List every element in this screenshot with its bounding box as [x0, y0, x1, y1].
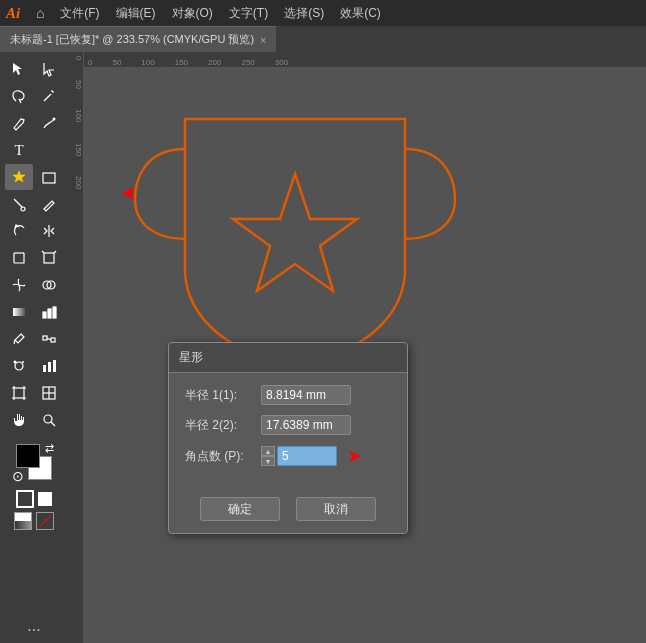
default-colors-icon[interactable]: ⊙ [12, 468, 24, 484]
pencil-tool[interactable] [35, 191, 63, 217]
tool-row-3 [2, 110, 66, 136]
vertical-ruler: 0 50 100 150 200 [68, 52, 84, 643]
radius1-row: 半径 1(1): [185, 385, 391, 405]
fill-stroke-row [16, 490, 52, 508]
menu-select[interactable]: 选择(S) [278, 3, 330, 24]
svg-point-42 [44, 415, 52, 423]
artboard-tool[interactable] [5, 380, 33, 406]
stroke-icon[interactable] [16, 490, 34, 508]
svg-rect-22 [51, 338, 55, 342]
active-tab[interactable]: 未标题-1 [已恢复]* @ 233.57% (CMYK/GPU 预览) × [0, 26, 276, 52]
mesh-tool[interactable] [5, 272, 33, 298]
svg-point-25 [14, 361, 17, 364]
rotate-tool[interactable] [5, 218, 33, 244]
cancel-button[interactable]: 取消 [296, 497, 376, 521]
direct-selection-tool[interactable] [35, 56, 63, 82]
horizontal-ruler: 0 50 100 150 200 250 300 [68, 52, 646, 68]
points-arrow: ➤ [347, 445, 362, 467]
svg-rect-17 [43, 312, 46, 318]
hand-tool[interactable] [5, 407, 33, 433]
tool-row-7 [2, 218, 66, 244]
magic-wand-tool[interactable] [35, 83, 63, 109]
dialog-body: 半径 1(1): 半径 2(2): 角点数 (P): ▲ ▼ [169, 373, 407, 489]
scale-tool[interactable] [5, 245, 33, 271]
area-type-tool[interactable] [35, 137, 63, 163]
points-spinner: ▲ ▼ [261, 446, 337, 466]
menu-bar: Ai ⌂ 文件(F) 编辑(E) 对象(O) 文字(T) 选择(S) 效果(C) [0, 0, 646, 26]
menu-object[interactable]: 对象(O) [166, 3, 219, 24]
color-swatches[interactable]: ⊙ ⇄ [16, 444, 52, 480]
tab-bar: 未标题-1 [已恢复]* @ 233.57% (CMYK/GPU 预览) × [0, 26, 646, 52]
dialog-title: 星形 [169, 343, 407, 373]
lasso-tool[interactable] [5, 83, 33, 109]
curvature-tool[interactable] [35, 110, 63, 136]
radius2-input[interactable] [261, 415, 351, 435]
type-tool[interactable]: T [5, 137, 33, 163]
pen-tool[interactable] [5, 110, 33, 136]
menu-text[interactable]: 文字(T) [223, 3, 274, 24]
menu-effect[interactable]: 效果(C) [334, 3, 387, 24]
spinner-down[interactable]: ▼ [261, 456, 275, 466]
tool-row-14 [2, 407, 66, 433]
svg-rect-30 [14, 388, 24, 398]
more-tools-button[interactable]: ··· [2, 613, 66, 639]
menu-file[interactable]: 文件(F) [54, 3, 105, 24]
free-transform-tool[interactable] [35, 245, 63, 271]
foreground-color-swatch[interactable] [16, 444, 40, 468]
none-gradient-row [14, 512, 54, 530]
gradient-swatch[interactable] [14, 512, 32, 530]
rectangle-tool[interactable] [35, 164, 63, 190]
radius2-row: 半径 2(2): [185, 415, 391, 435]
svg-rect-27 [43, 365, 46, 372]
svg-rect-6 [43, 173, 55, 183]
canvas-area: 0 50 100 150 200 250 300 0 50 100 150 20… [68, 52, 646, 643]
menu-edit[interactable]: 编辑(E) [110, 3, 162, 24]
selection-tool[interactable] [5, 56, 33, 82]
spinner-up[interactable]: ▲ [261, 446, 275, 456]
svg-rect-19 [53, 307, 56, 318]
svg-point-4 [53, 118, 56, 121]
spinner-arrows: ▲ ▼ [261, 446, 275, 466]
tool-row-4: T [2, 137, 66, 163]
tool-row-8 [2, 245, 66, 271]
tool-row-13 [2, 380, 66, 406]
svg-point-7 [21, 207, 25, 211]
star-tool[interactable] [5, 164, 33, 190]
none-swatch[interactable] [36, 512, 54, 530]
symbol-sprayer-tool[interactable] [5, 353, 33, 379]
blend-tool[interactable] [35, 326, 63, 352]
tool-row-11 [2, 326, 66, 352]
home-button[interactable]: ⌂ [30, 3, 50, 23]
eyedropper-tool[interactable] [5, 326, 33, 352]
reflect-tool[interactable] [35, 218, 63, 244]
tab-close-button[interactable]: × [260, 34, 266, 46]
svg-line-13 [54, 251, 56, 253]
svg-point-26 [22, 361, 24, 363]
dialog-buttons: 确定 取消 [169, 489, 407, 533]
star-dialog: 星形 半径 1(1): 半径 2(2): 角点数 (P): ▲ ▼ [168, 342, 408, 534]
toolbar: T [0, 52, 68, 643]
svg-marker-2 [51, 90, 54, 93]
color-section: ⊙ ⇄ [2, 440, 66, 530]
swap-colors-icon[interactable]: ⇄ [45, 442, 54, 455]
slice-tool[interactable] [35, 380, 63, 406]
svg-rect-21 [43, 336, 47, 340]
chart-tool[interactable] [35, 299, 63, 325]
ok-button[interactable]: 确定 [200, 497, 280, 521]
paintbrush-tool[interactable] [5, 191, 33, 217]
fill-icon[interactable] [38, 492, 52, 506]
tool-row-12 [2, 353, 66, 379]
app-logo: Ai [6, 5, 20, 22]
points-input[interactable] [277, 446, 337, 466]
shape-builder-tool[interactable] [35, 272, 63, 298]
radius1-input[interactable] [261, 385, 351, 405]
svg-rect-28 [48, 362, 51, 372]
main-area: T [0, 52, 646, 643]
gradient-tool[interactable] [5, 299, 33, 325]
svg-line-3 [21, 119, 24, 120]
radius1-label: 半径 1(1): [185, 387, 255, 404]
column-graph-tool[interactable] [35, 353, 63, 379]
svg-line-1 [44, 94, 51, 101]
zoom-tool[interactable] [35, 407, 63, 433]
svg-rect-11 [44, 253, 54, 263]
